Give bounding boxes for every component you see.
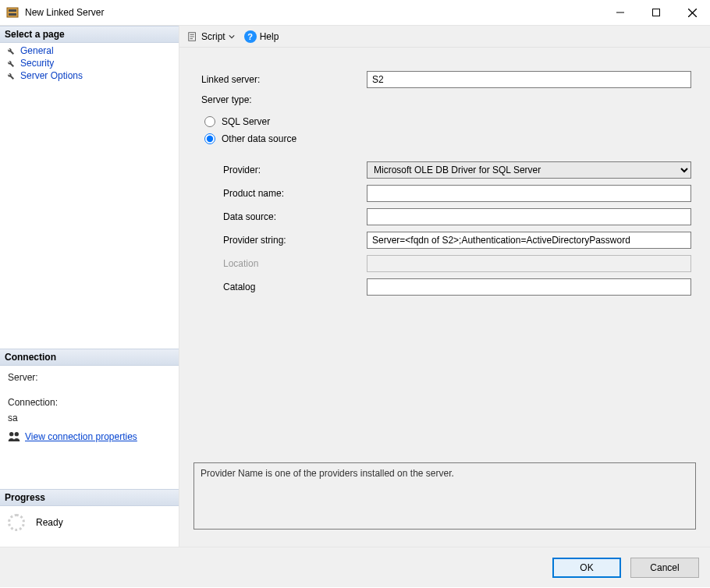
- linked-server-label: Linked server:: [201, 74, 367, 85]
- connection-label: Connection:: [8, 397, 171, 408]
- radio-other-source[interactable]: [204, 133, 215, 144]
- help-icon: ?: [244, 30, 257, 43]
- provider-string-input[interactable]: [367, 232, 691, 249]
- connection-icon: [8, 431, 20, 442]
- toolbar: Script ? Help: [179, 26, 710, 48]
- page-list: General Security Server Options: [0, 43, 179, 82]
- help-button[interactable]: ? Help: [244, 30, 279, 43]
- connection-block: Server: Connection: sa View connection p…: [0, 366, 179, 450]
- svg-rect-2: [9, 13, 16, 16]
- page-item-security[interactable]: Security: [0, 57, 179, 69]
- page-item-label: General: [20, 45, 54, 56]
- radio-other-label: Other data source: [222, 133, 296, 144]
- maximize-button[interactable]: [638, 0, 674, 25]
- product-name-input[interactable]: [367, 185, 691, 202]
- catalog-label: Catalog: [201, 282, 367, 292]
- radio-sql-label: SQL Server: [222, 116, 270, 127]
- wrench-icon: [5, 58, 16, 69]
- select-page-header: Select a page: [0, 26, 179, 43]
- radio-sql-server[interactable]: [204, 116, 215, 127]
- page-item-server-options[interactable]: Server Options: [0, 69, 179, 82]
- form-area: Linked server: Server type: SQL Server O…: [179, 48, 710, 310]
- location-label: Location: [201, 258, 367, 269]
- provider-string-label: Provider string:: [201, 235, 367, 246]
- script-icon: [187, 31, 198, 42]
- chevron-down-icon: [229, 34, 235, 40]
- progress-status: Ready: [36, 517, 63, 528]
- progress-block: Ready: [0, 506, 179, 547]
- close-button[interactable]: [674, 0, 710, 25]
- data-source-label: Data source:: [201, 211, 367, 222]
- data-source-input[interactable]: [367, 208, 691, 225]
- svg-point-8: [15, 432, 19, 436]
- svg-point-7: [9, 432, 13, 436]
- page-item-label: Server Options: [20, 70, 83, 81]
- product-name-label: Product name:: [201, 188, 367, 199]
- progress-header: Progress: [0, 489, 179, 506]
- script-label: Script: [201, 31, 225, 42]
- svg-rect-1: [9, 9, 16, 12]
- window-title: New Linked Server: [25, 7, 104, 18]
- minimize-button[interactable]: [602, 0, 638, 25]
- provider-select[interactable]: Microsoft OLE DB Driver for SQL Server: [367, 161, 691, 179]
- help-label: Help: [260, 31, 279, 42]
- wrench-icon: [5, 45, 16, 56]
- app-icon: [6, 6, 19, 19]
- connection-value: sa: [8, 413, 171, 423]
- info-box: Provider Name is one of the providers in…: [193, 462, 696, 530]
- sidebar: Select a page General Security Server Op…: [0, 26, 179, 547]
- view-connection-link[interactable]: View connection properties: [25, 431, 137, 442]
- linked-server-input[interactable]: [367, 71, 691, 88]
- location-input: [367, 255, 691, 272]
- title-bar: New Linked Server: [0, 0, 710, 25]
- svg-rect-0: [7, 8, 18, 17]
- server-type-label: Server type:: [201, 94, 696, 105]
- connection-header: Connection: [0, 349, 179, 366]
- cancel-button[interactable]: Cancel: [630, 558, 699, 578]
- provider-label: Provider:: [201, 165, 367, 175]
- page-item-label: Security: [20, 58, 54, 69]
- main-panel: Script ? Help Linked server: Server type…: [179, 26, 710, 547]
- page-item-general[interactable]: General: [0, 44, 179, 57]
- script-button[interactable]: Script: [187, 31, 235, 42]
- catalog-input[interactable]: [367, 278, 691, 296]
- server-label: Server:: [8, 372, 171, 383]
- footer: OK Cancel: [0, 547, 710, 587]
- ok-button[interactable]: OK: [552, 558, 621, 578]
- svg-rect-4: [653, 9, 660, 16]
- wrench-icon: [5, 70, 16, 81]
- progress-spinner-icon: [8, 514, 25, 531]
